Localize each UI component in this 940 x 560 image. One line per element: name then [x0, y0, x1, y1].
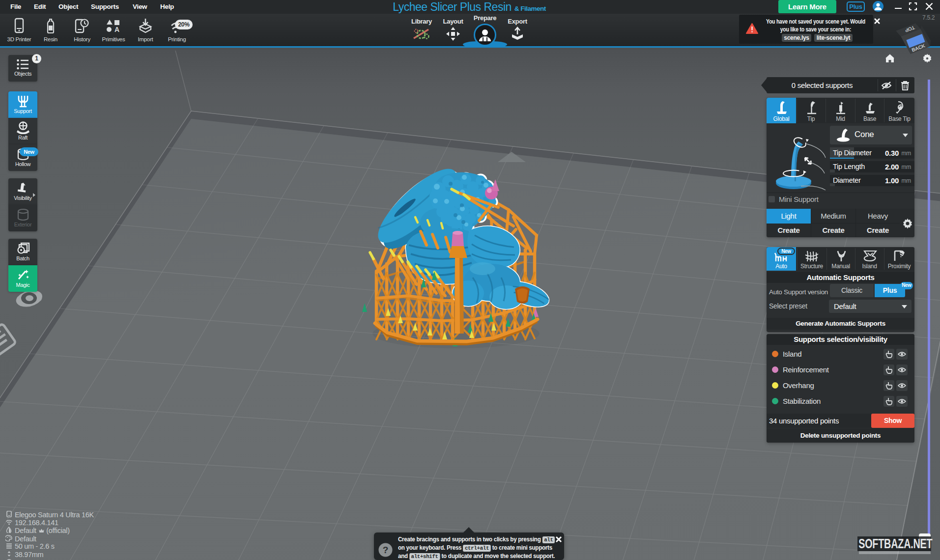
svg-text:A: A: [114, 26, 119, 33]
svg-text:?: ?: [383, 545, 388, 555]
